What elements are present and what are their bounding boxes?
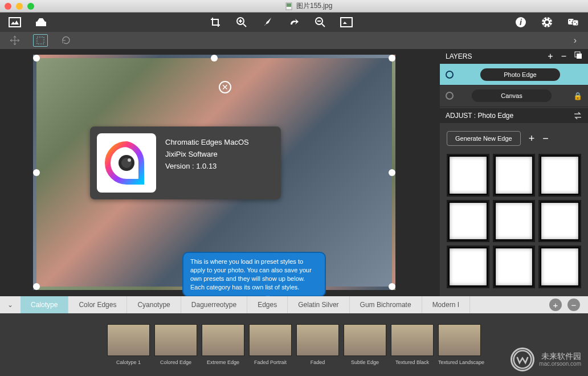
generate-edge-button[interactable]: Generate New Edge: [447, 131, 521, 146]
preset-tab-calotype[interactable]: Calotype: [21, 296, 68, 313]
preset-item[interactable]: Extreme Edge: [202, 324, 244, 365]
edge-thumb[interactable]: [538, 246, 581, 288]
preset-tab-modern[interactable]: Modern I: [422, 296, 470, 313]
watermark-brand: 未来软件园: [539, 352, 581, 361]
titlebar: 图片155.jpg: [0, 0, 588, 13]
rotate-tool[interactable]: [58, 32, 74, 48]
zoom-in-button[interactable]: [234, 14, 250, 30]
resize-handle-mr[interactable]: [389, 169, 395, 176]
close-window-button[interactable]: [5, 3, 11, 10]
preset-label: Faded Portrait: [249, 359, 292, 365]
random-button[interactable]: [565, 14, 581, 30]
resize-handle-bl[interactable]: [33, 283, 40, 290]
layer-visibility-toggle[interactable]: [446, 71, 454, 79]
layer-visibility-toggle[interactable]: [446, 92, 454, 100]
preset-item[interactable]: Textured Landscape: [438, 324, 481, 365]
canvas-area[interactable]: ✕ Chromatic Edges MacOS JixiPix Software…: [0, 49, 440, 296]
edge-remove-button[interactable]: −: [542, 133, 549, 145]
preset-tab-gelatin-silver[interactable]: Gelatin Silver: [288, 296, 349, 313]
preset-label: Calotype 1: [107, 359, 150, 365]
layer-label: Canvas: [472, 89, 552, 102]
add-layer-button[interactable]: +: [548, 51, 553, 62]
preset-tab-color-edges[interactable]: Color Edges: [68, 296, 127, 313]
edge-thumbnails: [447, 154, 581, 288]
watermark-url: mac.orsoon.com: [539, 361, 581, 367]
save-icon: [35, 17, 47, 27]
preset-collapse-button[interactable]: ⌄: [0, 296, 21, 313]
info-button[interactable]: i: [513, 14, 529, 30]
preset-label: Textured Black: [391, 359, 434, 365]
document-icon: [285, 2, 292, 10]
preset-tabs: ⌄ Calotype Color Edges Cyanotype Daguerr…: [0, 296, 588, 313]
duplicate-icon: [574, 51, 582, 59]
svg-point-21: [128, 158, 131, 162]
crop-button[interactable]: [207, 14, 223, 30]
edge-thumb[interactable]: [538, 200, 581, 243]
preset-strip: Calotype 1 Colored Edge Extreme Edge Fad…: [0, 313, 588, 376]
layer-row-photo-edge[interactable]: Photo Edge: [440, 64, 588, 85]
sub-toolbar: ›: [0, 32, 588, 49]
resize-handle-ml[interactable]: [33, 169, 40, 176]
svg-rect-18: [37, 37, 44, 44]
move-tool[interactable]: [7, 32, 23, 48]
remove-layer-button[interactable]: −: [561, 51, 566, 62]
preset-label: Colored Edge: [154, 359, 197, 365]
svg-rect-6: [341, 18, 352, 27]
edge-add-button[interactable]: +: [529, 133, 535, 145]
preset-item[interactable]: Calotype 1: [107, 324, 150, 365]
redo-button[interactable]: [286, 14, 302, 30]
svg-rect-23: [577, 54, 582, 59]
swap-button[interactable]: [573, 112, 582, 120]
about-version: Version : 1.0.13: [165, 161, 249, 173]
about-title: Chromatic Edges MacOS: [165, 137, 249, 149]
edge-thumb[interactable]: [447, 154, 489, 197]
preset-tab-edges[interactable]: Edges: [247, 296, 288, 313]
preset-item[interactable]: Subtle Edge: [344, 324, 386, 365]
move-icon: [10, 35, 20, 46]
resize-handle-tm[interactable]: [211, 55, 218, 62]
select-tool[interactable]: [33, 34, 48, 47]
main-toolbar: i: [0, 13, 588, 32]
adjust-title: ADJUST : Photo Edge: [446, 112, 513, 120]
edge-thumb[interactable]: [447, 200, 489, 243]
save-button[interactable]: [33, 14, 49, 30]
fit-screen-button[interactable]: [338, 14, 354, 30]
preset-label: Subtle Edge: [344, 359, 386, 365]
resize-handle-tl[interactable]: [33, 55, 40, 62]
zoom-out-button[interactable]: [312, 14, 328, 30]
edge-thumb[interactable]: [538, 154, 581, 197]
preset-item[interactable]: Faded Portrait: [249, 324, 292, 365]
minimize-window-button[interactable]: [16, 3, 23, 10]
deselect-button[interactable]: ✕: [219, 81, 231, 93]
layer-row-canvas[interactable]: Canvas 🔒: [440, 85, 588, 107]
expand-toolbar-button[interactable]: ›: [574, 35, 581, 46]
maximize-window-button[interactable]: [27, 3, 34, 10]
svg-point-24: [514, 351, 532, 369]
edge-thumb[interactable]: [447, 246, 489, 288]
preset-tab-gum-bichromate[interactable]: Gum Bichromate: [350, 296, 422, 313]
edge-thumb[interactable]: [493, 154, 536, 197]
edge-thumb[interactable]: [493, 200, 536, 243]
open-image-button[interactable]: [7, 14, 23, 30]
edge-thumb[interactable]: [493, 246, 536, 288]
preset-tab-daguerreotype[interactable]: Daguerreotype: [181, 296, 247, 313]
brush-button[interactable]: [260, 14, 276, 30]
image-icon: [9, 17, 21, 27]
resize-handle-tr[interactable]: [389, 55, 395, 62]
preset-item[interactable]: Textured Black: [391, 324, 434, 365]
preset-item[interactable]: Colored Edge: [154, 324, 197, 365]
svg-point-17: [576, 23, 577, 24]
settings-button[interactable]: [539, 14, 555, 30]
preset-remove-button[interactable]: −: [567, 299, 580, 311]
window-title: 图片155.jpg: [34, 1, 583, 11]
fit-icon: [340, 17, 353, 27]
layers-title: LAYERS: [446, 52, 472, 60]
preset-item[interactable]: Faded: [296, 324, 339, 365]
svg-marker-7: [343, 22, 347, 24]
duplicate-layer-button[interactable]: [574, 51, 582, 62]
preset-add-button[interactable]: +: [549, 299, 562, 311]
preset-tab-cyanotype[interactable]: Cyanotype: [127, 296, 181, 313]
redo-arrow-icon: [288, 17, 300, 28]
resize-handle-br[interactable]: [389, 283, 395, 290]
about-company: JixiPix Software: [165, 149, 249, 161]
